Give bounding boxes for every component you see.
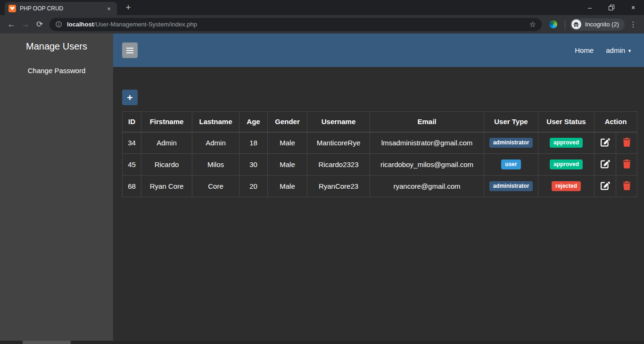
user-type-badge: administrator [489, 138, 533, 148]
new-tab-button[interactable]: + [122, 1, 135, 14]
browser-tab[interactable]: PHP OOP CRUD × [5, 2, 117, 15]
user-status-badge: approved [550, 138, 583, 148]
cell-email: ricardoboy_milos@gmail.com [370, 154, 484, 176]
header-age: Age [239, 112, 268, 132]
edit-button[interactable] [601, 159, 610, 168]
user-status-badge: approved [550, 159, 583, 169]
edit-pencil-icon [601, 159, 610, 168]
window-controls: – × [579, 0, 644, 15]
header-firstname: Firstname [141, 112, 192, 132]
user-status-badge: rejected [552, 181, 581, 191]
cell-user-type: user [484, 154, 538, 176]
url-path: /User-Management-System/index.php [94, 21, 197, 28]
cell-age: 30 [239, 154, 268, 176]
cell-action-edit [594, 176, 616, 197]
add-user-button[interactable]: + [122, 90, 138, 105]
browser-toolbar: ← → ⟳ localhost/User-Management-System/i… [0, 15, 644, 34]
cell-action-edit [594, 132, 616, 154]
delete-button[interactable] [623, 159, 631, 168]
table-row: 45RicardoMilos30MaleRicardo2323ricardobo… [123, 154, 637, 176]
page: Manage Users Change Password Home admin▼… [0, 34, 644, 344]
header-user-type: User Type [484, 112, 538, 132]
trash-icon [623, 159, 631, 168]
header-action: Action [594, 112, 637, 132]
sidebar-item-change-password[interactable]: Change Password [28, 67, 86, 75]
cell-gender: Male [268, 132, 307, 154]
delete-button[interactable] [623, 138, 631, 147]
nav-link-home[interactable]: Home [575, 46, 594, 54]
cell-action-delete [616, 176, 637, 197]
window-minimize-icon[interactable]: – [579, 0, 601, 15]
edit-pencil-icon [601, 138, 610, 147]
cell-id: 34 [123, 132, 141, 154]
cell-email: lmsadministrator@gmail.com [370, 132, 484, 154]
cell-lastname: Admin [192, 132, 239, 154]
users-table: ID Firstname Lastname Age Gender Usernam… [122, 111, 637, 197]
incognito-badge: Incognito (2) [570, 18, 625, 31]
toolbar-divider [565, 20, 565, 29]
browser-titlebar: PHP OOP CRUD × + – × [0, 0, 644, 15]
reload-icon[interactable]: ⟳ [33, 17, 47, 32]
table-header-row: ID Firstname Lastname Age Gender Usernam… [123, 112, 637, 132]
cell-gender: Male [268, 154, 307, 176]
cell-username: ManticoreRye [307, 132, 370, 154]
cell-id: 68 [123, 176, 141, 197]
cell-user-status: approved [538, 154, 594, 176]
cell-age: 18 [239, 132, 268, 154]
bookmark-star-icon[interactable]: ☆ [529, 20, 536, 29]
forward-icon[interactable]: → [18, 17, 33, 32]
cell-firstname: Admin [141, 132, 192, 154]
cell-firstname: Ricardo [141, 154, 192, 176]
cell-firstname: Ryan Core [141, 176, 192, 197]
extension-idm-icon[interactable] [549, 20, 557, 28]
cell-email: ryancore@gmail.com [370, 176, 484, 197]
user-type-badge: administrator [489, 181, 533, 191]
incognito-icon [571, 19, 581, 29]
table-row: 34AdminAdmin18MaleManticoreRyelmsadminis… [123, 132, 637, 154]
sidebar-toggle-button[interactable] [122, 42, 138, 58]
back-icon[interactable]: ← [4, 17, 18, 32]
incognito-label: Incognito (2) [585, 21, 619, 28]
nav-user-dropdown[interactable]: admin▼ [606, 46, 632, 54]
trash-icon [623, 181, 631, 190]
header-lastname: Lastname [192, 112, 239, 132]
content-area: + ID Firstname Lastname Age Gender Usern… [113, 67, 644, 344]
main-area: Home admin▼ + ID Firstname Lastname Age [113, 34, 644, 344]
header-gender: Gender [268, 112, 307, 132]
header-username: Username [307, 112, 370, 132]
cell-action-delete [616, 154, 637, 176]
cell-lastname: Milos [192, 154, 239, 176]
window-close-icon[interactable]: × [622, 0, 644, 15]
window-restore-icon[interactable] [601, 0, 622, 15]
sidebar-title: Manage Users [0, 34, 113, 52]
cell-age: 20 [239, 176, 268, 197]
horizontal-scrollbar-thumb[interactable] [23, 341, 71, 344]
cell-gender: Male [268, 176, 307, 197]
tab-title: PHP OOP CRUD [20, 5, 105, 12]
xampp-favicon-icon [8, 5, 16, 12]
edit-button[interactable] [601, 181, 610, 190]
sidebar: Manage Users Change Password [0, 34, 113, 344]
cell-user-type: administrator [484, 132, 538, 154]
tab-close-icon[interactable]: × [105, 4, 113, 13]
address-bar[interactable]: localhost/User-Management-System/index.p… [50, 18, 542, 31]
page-info-icon[interactable] [55, 21, 62, 28]
edit-button[interactable] [601, 138, 610, 147]
url-host: localhost [67, 21, 94, 28]
cell-user-status: rejected [538, 176, 594, 197]
header-user-status: User Status [538, 112, 594, 132]
cell-username: RyanCore23 [307, 176, 370, 197]
header-email: Email [370, 112, 484, 132]
delete-button[interactable] [623, 181, 631, 190]
user-type-badge: user [501, 159, 520, 169]
header-id: ID [123, 112, 141, 132]
cell-user-status: approved [538, 132, 594, 154]
cell-action-edit [594, 154, 616, 176]
cell-user-type: administrator [484, 176, 538, 197]
horizontal-scrollbar [0, 341, 644, 344]
cell-username: Ricardo2323 [307, 154, 370, 176]
chevron-down-icon: ▼ [627, 49, 632, 53]
edit-pencil-icon [601, 181, 610, 190]
browser-menu-icon[interactable]: ⋮ [627, 20, 640, 29]
cell-id: 45 [123, 154, 141, 176]
